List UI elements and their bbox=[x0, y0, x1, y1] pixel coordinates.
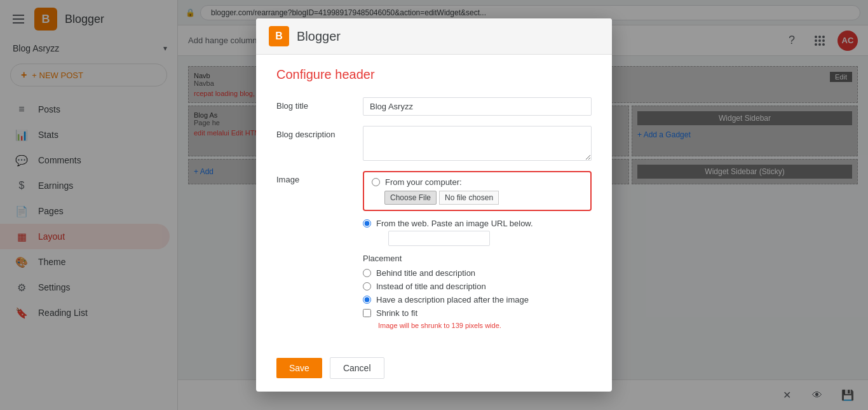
blog-title-label: Blog title bbox=[276, 97, 353, 111]
placement-behind: Behind title and description bbox=[363, 268, 592, 278]
dialog-footer: Save Cancel bbox=[256, 350, 612, 392]
image-label: Image bbox=[276, 171, 353, 184]
dialog-header: B Blogger bbox=[256, 18, 612, 55]
dialog-overlay: B Blogger Configure header Blog title Bl… bbox=[0, 0, 868, 410]
blog-description-row: Blog description bbox=[276, 126, 592, 161]
configure-header-dialog: B Blogger Configure header Blog title Bl… bbox=[256, 18, 612, 392]
placement-after: Have a description placed after the imag… bbox=[363, 295, 592, 304]
blog-description-label: Blog description bbox=[276, 126, 353, 139]
from-web-label: From the web. Paste an image URL below. bbox=[363, 219, 592, 228]
shrink-note: Image will be shrunk to 139 pixels wide. bbox=[378, 322, 592, 329]
choose-file-button[interactable]: Choose File bbox=[384, 191, 437, 205]
no-file-text: No file chosen bbox=[439, 191, 499, 205]
placement-instead-radio[interactable] bbox=[363, 282, 371, 290]
blog-description-input[interactable] bbox=[363, 126, 592, 161]
from-web-radio[interactable] bbox=[363, 219, 371, 228]
placement-behind-radio[interactable] bbox=[363, 269, 371, 277]
from-web-text: From the web. Paste an image URL below. bbox=[376, 219, 533, 228]
save-button[interactable]: Save bbox=[276, 358, 322, 378]
placement-behind-label: Behind title and description bbox=[376, 268, 475, 278]
blog-title-row: Blog title bbox=[276, 97, 592, 116]
placement-after-label: Have a description placed after the imag… bbox=[376, 295, 529, 304]
placement-instead: Instead of title and description bbox=[363, 282, 592, 291]
shrink-fit-label: Shrink to fit bbox=[376, 308, 417, 318]
from-computer-text: From your computer: bbox=[385, 177, 462, 187]
from-web-option: From the web. Paste an image URL below. bbox=[363, 219, 592, 246]
dialog-title: Configure header bbox=[276, 67, 592, 82]
dialog-body: Configure header Blog title Blog descrip… bbox=[256, 55, 612, 350]
placement-section: Placement Behind title and description I… bbox=[363, 254, 592, 329]
placement-instead-label: Instead of title and description bbox=[376, 282, 486, 291]
cancel-button[interactable]: Cancel bbox=[330, 357, 384, 379]
from-computer-box: From your computer: Choose File No file … bbox=[363, 171, 592, 211]
placement-after-radio[interactable] bbox=[363, 296, 371, 304]
shrink-fit-checkbox[interactable] bbox=[363, 309, 371, 317]
from-computer-radio[interactable] bbox=[372, 178, 380, 186]
dialog-blogger-logo: B bbox=[269, 26, 289, 46]
image-options: From your computer: Choose File No file … bbox=[363, 171, 592, 329]
dialog-header-title: Blogger bbox=[297, 29, 341, 44]
file-input-row: Choose File No file chosen bbox=[384, 191, 583, 205]
from-computer-label: From your computer: bbox=[372, 177, 583, 187]
image-row: Image From your computer: Choose File No… bbox=[276, 171, 592, 329]
shrink-fit-option: Shrink to fit bbox=[363, 308, 592, 318]
image-url-input[interactable] bbox=[388, 231, 490, 246]
blog-title-input[interactable] bbox=[363, 97, 592, 116]
placement-title: Placement bbox=[363, 254, 592, 263]
